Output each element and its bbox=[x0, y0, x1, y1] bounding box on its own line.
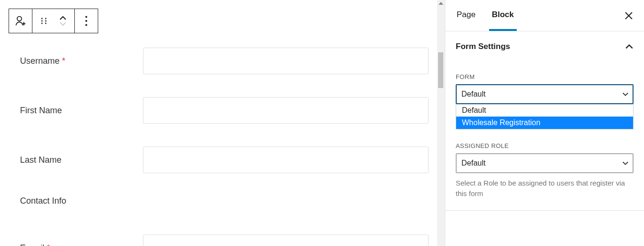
svg-point-1 bbox=[41, 18, 43, 20]
field-last-name: Last Name bbox=[20, 147, 429, 173]
field-first-name: First Name bbox=[20, 97, 429, 124]
more-options-icon[interactable] bbox=[80, 11, 93, 30]
panel-form-settings: Form Settings FORM Default Default Whole… bbox=[445, 31, 644, 211]
scroll-up-arrow[interactable] bbox=[437, 0, 445, 7]
form-select-wrap: Default Default Wholesale Registration bbox=[456, 84, 634, 104]
field-label: E-mail * bbox=[20, 243, 143, 246]
svg-point-0 bbox=[17, 17, 21, 21]
field-username: Username * bbox=[20, 48, 429, 74]
svg-point-4 bbox=[45, 20, 47, 22]
move-up-down[interactable] bbox=[56, 11, 70, 30]
role-select-label: ASSIGNED ROLE bbox=[456, 142, 634, 149]
sidebar-tabs: Page Block bbox=[445, 0, 644, 31]
field-label: Last Name bbox=[20, 155, 143, 165]
scrollbar-thumb[interactable] bbox=[438, 52, 443, 88]
role-select[interactable]: Default bbox=[456, 153, 634, 173]
form-dropdown: Default Wholesale Registration bbox=[456, 104, 634, 129]
panel-body: FORM Default Default Wholesale Registrat… bbox=[445, 62, 644, 210]
form-select-label: FORM bbox=[456, 73, 634, 80]
dropdown-option-default[interactable]: Default bbox=[456, 104, 633, 117]
svg-point-8 bbox=[85, 20, 87, 22]
dropdown-option-wholesale[interactable]: Wholesale Registration bbox=[456, 117, 633, 129]
close-sidebar-button[interactable] bbox=[622, 9, 635, 22]
form-select[interactable]: Default bbox=[456, 84, 634, 104]
section-label: Contact Info bbox=[20, 196, 143, 206]
email-input[interactable] bbox=[143, 235, 429, 246]
editor-canvas[interactable]: Username * First Name Last Name Contact … bbox=[0, 0, 437, 246]
svg-point-7 bbox=[85, 16, 87, 18]
form-preview: Username * First Name Last Name Contact … bbox=[9, 33, 429, 246]
role-select-wrap: Default bbox=[456, 153, 634, 173]
settings-sidebar: Page Block Form Settings FORM Default bbox=[445, 0, 644, 246]
tab-page[interactable]: Page bbox=[454, 0, 479, 31]
required-asterisk: * bbox=[47, 243, 50, 246]
drag-handle-icon[interactable] bbox=[37, 11, 51, 30]
role-help-text: Select a Role to be assigned to users th… bbox=[456, 178, 634, 199]
panel-toggle[interactable]: Form Settings bbox=[445, 31, 644, 62]
tab-block[interactable]: Block bbox=[489, 0, 517, 31]
section-contact: Contact Info bbox=[20, 196, 429, 206]
svg-point-2 bbox=[45, 18, 47, 20]
first-name-input[interactable] bbox=[143, 97, 429, 124]
svg-point-9 bbox=[85, 24, 87, 26]
username-input[interactable] bbox=[143, 48, 429, 74]
block-toolbar bbox=[9, 9, 98, 33]
required-asterisk: * bbox=[62, 56, 65, 66]
svg-point-6 bbox=[45, 23, 47, 24]
panel-title: Form Settings bbox=[456, 42, 510, 51]
field-email: E-mail * bbox=[20, 235, 429, 246]
chevron-up-icon bbox=[625, 44, 634, 49]
editor-scrollbar[interactable] bbox=[437, 0, 445, 246]
last-name-input[interactable] bbox=[143, 147, 429, 173]
field-label: Username * bbox=[20, 56, 143, 66]
svg-point-3 bbox=[41, 20, 43, 22]
field-label: First Name bbox=[20, 106, 143, 116]
svg-point-5 bbox=[41, 23, 43, 24]
block-type-icon[interactable] bbox=[14, 11, 27, 30]
